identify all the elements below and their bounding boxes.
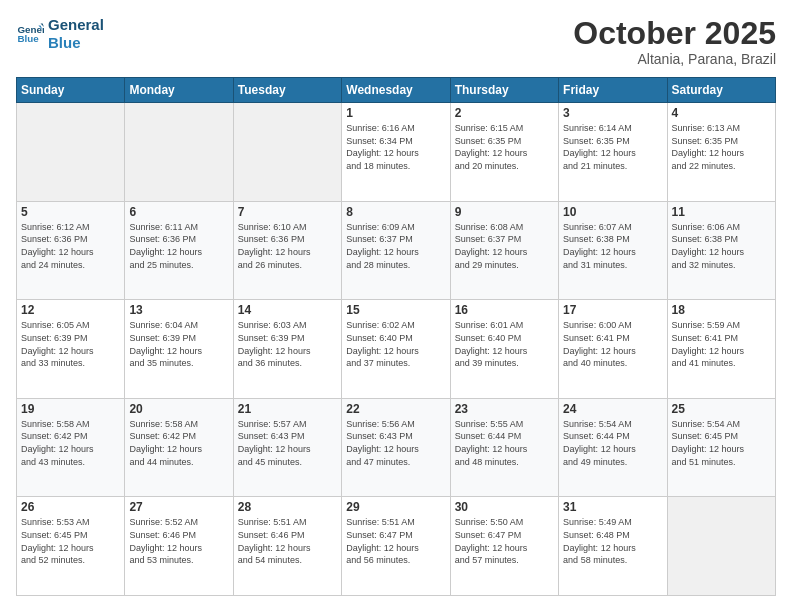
col-thursday: Thursday (450, 78, 558, 103)
day-info: Sunrise: 5:57 AM Sunset: 6:43 PM Dayligh… (238, 418, 337, 468)
day-info: Sunrise: 5:50 AM Sunset: 6:47 PM Dayligh… (455, 516, 554, 566)
day-cell: 16Sunrise: 6:01 AM Sunset: 6:40 PM Dayli… (450, 300, 558, 399)
col-monday: Monday (125, 78, 233, 103)
day-info: Sunrise: 6:05 AM Sunset: 6:39 PM Dayligh… (21, 319, 120, 369)
day-info: Sunrise: 6:12 AM Sunset: 6:36 PM Dayligh… (21, 221, 120, 271)
day-info: Sunrise: 5:51 AM Sunset: 6:46 PM Dayligh… (238, 516, 337, 566)
logo-line1: General (48, 16, 104, 34)
day-info: Sunrise: 5:53 AM Sunset: 6:45 PM Dayligh… (21, 516, 120, 566)
day-info: Sunrise: 5:51 AM Sunset: 6:47 PM Dayligh… (346, 516, 445, 566)
day-info: Sunrise: 6:00 AM Sunset: 6:41 PM Dayligh… (563, 319, 662, 369)
day-number: 31 (563, 500, 662, 514)
week-row-1: 1Sunrise: 6:16 AM Sunset: 6:34 PM Daylig… (17, 103, 776, 202)
day-number: 4 (672, 106, 771, 120)
day-number: 5 (21, 205, 120, 219)
day-cell: 13Sunrise: 6:04 AM Sunset: 6:39 PM Dayli… (125, 300, 233, 399)
day-number: 16 (455, 303, 554, 317)
day-cell: 6Sunrise: 6:11 AM Sunset: 6:36 PM Daylig… (125, 201, 233, 300)
day-info: Sunrise: 5:54 AM Sunset: 6:44 PM Dayligh… (563, 418, 662, 468)
week-row-5: 26Sunrise: 5:53 AM Sunset: 6:45 PM Dayli… (17, 497, 776, 596)
day-cell: 8Sunrise: 6:09 AM Sunset: 6:37 PM Daylig… (342, 201, 450, 300)
day-info: Sunrise: 6:07 AM Sunset: 6:38 PM Dayligh… (563, 221, 662, 271)
day-info: Sunrise: 6:02 AM Sunset: 6:40 PM Dayligh… (346, 319, 445, 369)
day-cell: 23Sunrise: 5:55 AM Sunset: 6:44 PM Dayli… (450, 398, 558, 497)
day-number: 20 (129, 402, 228, 416)
day-number: 10 (563, 205, 662, 219)
day-number: 3 (563, 106, 662, 120)
day-number: 2 (455, 106, 554, 120)
day-number: 30 (455, 500, 554, 514)
day-info: Sunrise: 5:49 AM Sunset: 6:48 PM Dayligh… (563, 516, 662, 566)
day-cell: 10Sunrise: 6:07 AM Sunset: 6:38 PM Dayli… (559, 201, 667, 300)
week-row-3: 12Sunrise: 6:05 AM Sunset: 6:39 PM Dayli… (17, 300, 776, 399)
day-number: 23 (455, 402, 554, 416)
day-cell: 26Sunrise: 5:53 AM Sunset: 6:45 PM Dayli… (17, 497, 125, 596)
day-cell: 21Sunrise: 5:57 AM Sunset: 6:43 PM Dayli… (233, 398, 341, 497)
day-number: 12 (21, 303, 120, 317)
day-cell: 24Sunrise: 5:54 AM Sunset: 6:44 PM Dayli… (559, 398, 667, 497)
day-number: 14 (238, 303, 337, 317)
day-number: 7 (238, 205, 337, 219)
day-cell: 20Sunrise: 5:58 AM Sunset: 6:42 PM Dayli… (125, 398, 233, 497)
day-info: Sunrise: 6:15 AM Sunset: 6:35 PM Dayligh… (455, 122, 554, 172)
day-info: Sunrise: 5:58 AM Sunset: 6:42 PM Dayligh… (21, 418, 120, 468)
day-cell: 22Sunrise: 5:56 AM Sunset: 6:43 PM Dayli… (342, 398, 450, 497)
day-info: Sunrise: 5:55 AM Sunset: 6:44 PM Dayligh… (455, 418, 554, 468)
day-cell: 5Sunrise: 6:12 AM Sunset: 6:36 PM Daylig… (17, 201, 125, 300)
col-tuesday: Tuesday (233, 78, 341, 103)
day-number: 19 (21, 402, 120, 416)
day-cell: 27Sunrise: 5:52 AM Sunset: 6:46 PM Dayli… (125, 497, 233, 596)
day-number: 15 (346, 303, 445, 317)
day-number: 21 (238, 402, 337, 416)
day-info: Sunrise: 6:09 AM Sunset: 6:37 PM Dayligh… (346, 221, 445, 271)
logo-icon: General Blue (16, 20, 44, 48)
col-sunday: Sunday (17, 78, 125, 103)
day-number: 1 (346, 106, 445, 120)
day-number: 6 (129, 205, 228, 219)
month-title: October 2025 (573, 16, 776, 51)
page: General Blue General Blue October 2025 A… (0, 0, 792, 612)
day-number: 13 (129, 303, 228, 317)
logo-line2: Blue (48, 34, 104, 52)
day-cell: 28Sunrise: 5:51 AM Sunset: 6:46 PM Dayli… (233, 497, 341, 596)
day-number: 28 (238, 500, 337, 514)
day-number: 29 (346, 500, 445, 514)
day-cell: 19Sunrise: 5:58 AM Sunset: 6:42 PM Dayli… (17, 398, 125, 497)
svg-text:Blue: Blue (17, 33, 39, 44)
day-cell: 4Sunrise: 6:13 AM Sunset: 6:35 PM Daylig… (667, 103, 775, 202)
day-info: Sunrise: 6:13 AM Sunset: 6:35 PM Dayligh… (672, 122, 771, 172)
day-cell (125, 103, 233, 202)
day-cell: 2Sunrise: 6:15 AM Sunset: 6:35 PM Daylig… (450, 103, 558, 202)
day-info: Sunrise: 5:58 AM Sunset: 6:42 PM Dayligh… (129, 418, 228, 468)
day-info: Sunrise: 6:08 AM Sunset: 6:37 PM Dayligh… (455, 221, 554, 271)
day-cell: 31Sunrise: 5:49 AM Sunset: 6:48 PM Dayli… (559, 497, 667, 596)
day-info: Sunrise: 6:10 AM Sunset: 6:36 PM Dayligh… (238, 221, 337, 271)
day-number: 27 (129, 500, 228, 514)
col-wednesday: Wednesday (342, 78, 450, 103)
day-info: Sunrise: 5:52 AM Sunset: 6:46 PM Dayligh… (129, 516, 228, 566)
day-info: Sunrise: 6:01 AM Sunset: 6:40 PM Dayligh… (455, 319, 554, 369)
day-cell: 14Sunrise: 6:03 AM Sunset: 6:39 PM Dayli… (233, 300, 341, 399)
day-info: Sunrise: 6:06 AM Sunset: 6:38 PM Dayligh… (672, 221, 771, 271)
col-friday: Friday (559, 78, 667, 103)
day-info: Sunrise: 6:16 AM Sunset: 6:34 PM Dayligh… (346, 122, 445, 172)
day-cell: 11Sunrise: 6:06 AM Sunset: 6:38 PM Dayli… (667, 201, 775, 300)
day-cell: 3Sunrise: 6:14 AM Sunset: 6:35 PM Daylig… (559, 103, 667, 202)
day-number: 25 (672, 402, 771, 416)
calendar-table: Sunday Monday Tuesday Wednesday Thursday… (16, 77, 776, 596)
day-number: 17 (563, 303, 662, 317)
logo: General Blue General Blue (16, 16, 104, 52)
day-cell: 1Sunrise: 6:16 AM Sunset: 6:34 PM Daylig… (342, 103, 450, 202)
day-cell: 25Sunrise: 5:54 AM Sunset: 6:45 PM Dayli… (667, 398, 775, 497)
location-subtitle: Altania, Parana, Brazil (573, 51, 776, 67)
day-info: Sunrise: 6:04 AM Sunset: 6:39 PM Dayligh… (129, 319, 228, 369)
day-number: 22 (346, 402, 445, 416)
day-cell (17, 103, 125, 202)
week-row-2: 5Sunrise: 6:12 AM Sunset: 6:36 PM Daylig… (17, 201, 776, 300)
col-saturday: Saturday (667, 78, 775, 103)
day-cell: 12Sunrise: 6:05 AM Sunset: 6:39 PM Dayli… (17, 300, 125, 399)
day-cell: 18Sunrise: 5:59 AM Sunset: 6:41 PM Dayli… (667, 300, 775, 399)
day-cell (667, 497, 775, 596)
day-number: 26 (21, 500, 120, 514)
day-number: 9 (455, 205, 554, 219)
